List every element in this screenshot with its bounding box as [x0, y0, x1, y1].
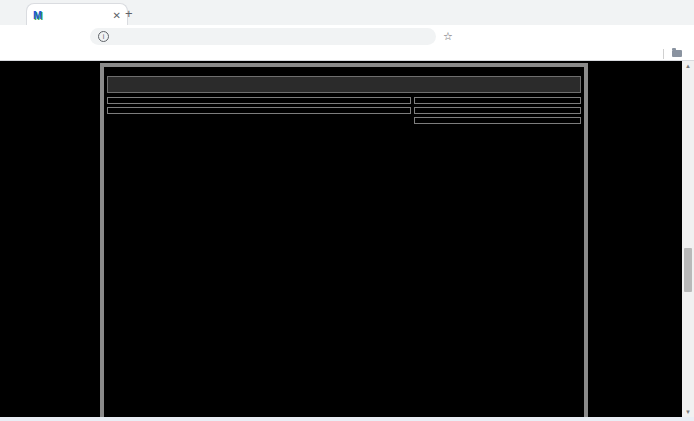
bookmarks-right [655, 49, 686, 59]
scrollbar-up-icon[interactable]: ▲ [682, 61, 694, 71]
browser-tab[interactable]: M ✕ [26, 3, 128, 26]
other-bookmarks-button[interactable] [672, 50, 686, 57]
active-close-panel [414, 97, 581, 104]
page-scrollbar[interactable]: ▲ ▼ [682, 61, 694, 417]
tab-close-icon[interactable]: ✕ [113, 10, 121, 21]
monitorix-page: ▲ ▼ [0, 61, 694, 417]
ipv4-states-panel [107, 97, 411, 104]
url-bar[interactable]: i [90, 28, 436, 45]
section-header [107, 76, 581, 93]
page-info-icon[interactable]: i [98, 31, 109, 42]
bookmark-star-icon[interactable]: ☆ [443, 30, 453, 43]
tab-strip: M ✕ + [0, 0, 694, 25]
ipv6-states-panel [107, 107, 411, 114]
window-bottom-edge [0, 417, 694, 421]
scrollbar-thumb[interactable] [684, 248, 692, 292]
bookmarks-bar [0, 47, 694, 61]
folder-icon [672, 50, 682, 57]
udp-statistics-panel [414, 117, 581, 124]
netstat-section [100, 63, 588, 417]
browser-toolbar: i ☆ [0, 25, 694, 47]
scrollbar-down-icon[interactable]: ▼ [682, 407, 694, 417]
divider [663, 49, 664, 59]
new-tab-button[interactable]: + [125, 7, 133, 20]
passive-close-panel [414, 107, 581, 114]
monitorix-favicon-icon: M [33, 10, 42, 21]
browser-window: M ✕ + i ☆ [0, 0, 694, 421]
